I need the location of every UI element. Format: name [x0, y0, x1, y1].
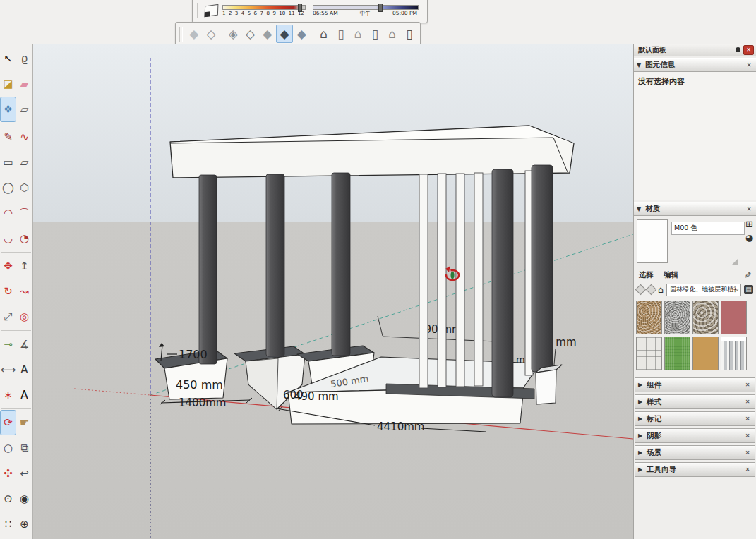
- back-edges-icon[interactable]: ◇: [203, 25, 220, 43]
- section-instructor[interactable]: ▶工具向导✕: [635, 462, 755, 477]
- date-slider-handle[interactable]: [298, 4, 302, 12]
- sample-paint-icon[interactable]: ✎: [743, 271, 752, 278]
- section-close-icon[interactable]: ✕: [743, 382, 752, 388]
- toolbar-grip[interactable]: [197, 3, 200, 18]
- tool-protractor[interactable]: ∡: [16, 332, 32, 357]
- tray-titlebar[interactable]: 默认面板 ✕: [634, 44, 756, 56]
- shaded-with-textures-icon[interactable]: ◆: [276, 25, 293, 43]
- x-ray-icon[interactable]: ◆: [186, 25, 203, 43]
- pin-icon[interactable]: [736, 47, 740, 52]
- forward-icon[interactable]: [646, 284, 657, 296]
- material-swatch-gravel-brown[interactable]: [636, 301, 662, 334]
- tool-look-around[interactable]: ◉: [16, 486, 32, 511]
- tool-circle[interactable]: ◯: [0, 175, 16, 200]
- shadow-time-slider[interactable]: [313, 5, 419, 10]
- shadow-toggle-icon[interactable]: [205, 4, 219, 16]
- shadow-date-slider[interactable]: [222, 5, 306, 10]
- section-scenes[interactable]: ▶场景✕: [635, 445, 755, 460]
- tool-eraser[interactable]: ▰: [16, 71, 32, 97]
- material-swatch-fence[interactable]: [721, 337, 747, 370]
- back-icon[interactable]: [635, 284, 647, 296]
- tool-make-component[interactable]: ❖: [0, 97, 16, 122]
- tool-text[interactable]: A: [16, 357, 32, 382]
- paint-texture-icon[interactable]: ◕: [745, 233, 753, 243]
- tool-select[interactable]: ↖: [0, 46, 16, 71]
- section-tags[interactable]: ▶标记✕: [635, 411, 755, 426]
- create-material-icon[interactable]: ⊞: [745, 219, 753, 229]
- tool-rotated-rectangle[interactable]: ▱: [16, 150, 32, 175]
- section-components[interactable]: ▶组件✕: [635, 377, 755, 392]
- tray-close-button[interactable]: ✕: [743, 45, 754, 55]
- materials-header[interactable]: ▼ 材质 ✕: [634, 202, 756, 216]
- hidden-line-icon[interactable]: ◇: [242, 25, 259, 43]
- tool-polygon[interactable]: ⬡: [16, 175, 32, 200]
- tool-paint-bucket[interactable]: ◪: [0, 71, 16, 97]
- materials-close-icon[interactable]: ✕: [745, 206, 753, 212]
- material-swatch-rose[interactable]: [721, 301, 747, 334]
- material-swatch-ochre[interactable]: [692, 337, 719, 370]
- tool-three-point-arc[interactable]: ◡: [0, 226, 16, 251]
- entity-info-close-icon[interactable]: ✕: [745, 62, 753, 68]
- two-point-arc-icon: ⌒: [19, 207, 30, 220]
- tool-dimension[interactable]: ⟷: [0, 357, 16, 382]
- section-close-icon[interactable]: ✕: [743, 449, 752, 456]
- section-styles[interactable]: ▶样式✕: [635, 394, 755, 409]
- section-close-icon[interactable]: ✕: [743, 432, 752, 439]
- tool-scale[interactable]: ⤢: [0, 304, 16, 329]
- tool-offset[interactable]: ◎: [16, 304, 32, 329]
- tool-zoom[interactable]: ○: [0, 435, 16, 461]
- material-swatch-grass[interactable]: [664, 337, 690, 370]
- toolbar-grip[interactable]: [179, 27, 183, 42]
- details-icon[interactable]: ▤: [744, 285, 753, 294]
- tool-push-pull[interactable]: ↥: [16, 253, 32, 279]
- monochrome-icon[interactable]: ◆: [293, 25, 310, 43]
- home-icon[interactable]: ⌂: [658, 285, 664, 294]
- entity-info-header[interactable]: ▼ 图元信息 ✕: [634, 58, 756, 72]
- section-plane-icon[interactable]: ⌂: [316, 25, 332, 43]
- collapse-arrow-icon: ▼: [637, 206, 645, 212]
- tool-pan[interactable]: ☛: [16, 410, 32, 435]
- tool-axes[interactable]: ∗: [0, 382, 16, 408]
- section-house-icon[interactable]: ⌂: [384, 25, 401, 43]
- section-box-icon[interactable]: ▯: [401, 25, 418, 43]
- tool-move[interactable]: ✥: [0, 253, 16, 279]
- tool-freehand[interactable]: ∿: [16, 124, 32, 150]
- section-shadows[interactable]: ▶阴影✕: [635, 428, 755, 443]
- tool-rotate[interactable]: ↻: [0, 279, 16, 304]
- tool-pie[interactable]: ◔: [16, 226, 32, 251]
- tab-edit[interactable]: 编辑: [664, 270, 678, 280]
- tool-line[interactable]: ✎: [0, 124, 16, 150]
- tool-position-camera[interactable]: ⊙: [0, 486, 16, 511]
- tool-arc[interactable]: ◠: [0, 200, 16, 226]
- wireframe-icon[interactable]: ◈: [224, 25, 241, 43]
- material-swatch-pavers[interactable]: [636, 337, 662, 370]
- tool-tape-measure[interactable]: ⊸: [0, 332, 16, 357]
- section-close-icon[interactable]: ✕: [743, 399, 752, 405]
- tool-rectangle[interactable]: ▭: [0, 150, 16, 175]
- display-section-fill-icon[interactable]: ▯: [366, 25, 383, 43]
- tab-select[interactable]: 选择: [639, 270, 654, 280]
- tool-turn-around[interactable]: ⊕: [16, 511, 32, 537]
- tool-walk[interactable]: ∷: [0, 511, 16, 537]
- tool-3d-text[interactable]: A: [16, 382, 32, 408]
- 3d-viewport[interactable]: 390 mm mm 2 mm 1700 450 mm 1400mm: [33, 44, 633, 539]
- display-section-cuts-icon[interactable]: ⌂: [349, 25, 366, 43]
- time-slider-handle[interactable]: [378, 4, 383, 12]
- tool-zoom-window[interactable]: ⧉: [16, 435, 32, 461]
- material-name-field[interactable]: [671, 222, 745, 235]
- shaded-icon[interactable]: ◆: [259, 25, 276, 43]
- section-close-icon[interactable]: ✕: [743, 416, 752, 422]
- display-section-planes-icon[interactable]: ▯: [332, 25, 349, 43]
- tool-zoom-previous[interactable]: ↩: [16, 461, 32, 486]
- material-swatch-gravel-gray[interactable]: [664, 301, 690, 334]
- tool-two-point-arc[interactable]: ⌒: [16, 200, 32, 226]
- tool-lasso[interactable]: ϱ: [16, 46, 32, 71]
- tool-follow-me[interactable]: ↝: [16, 279, 32, 304]
- tool-tag[interactable]: ▱: [16, 97, 32, 122]
- tool-zoom-extents[interactable]: ✣: [0, 461, 16, 486]
- tool-orbit[interactable]: ⟳: [0, 410, 16, 435]
- month-label: 11: [289, 11, 295, 16]
- collection-dropdown[interactable]: 园林绿化、地被层和植被 ∨: [666, 284, 741, 296]
- material-swatch-cobblestone[interactable]: [692, 301, 719, 334]
- section-close-icon[interactable]: ✕: [743, 466, 752, 473]
